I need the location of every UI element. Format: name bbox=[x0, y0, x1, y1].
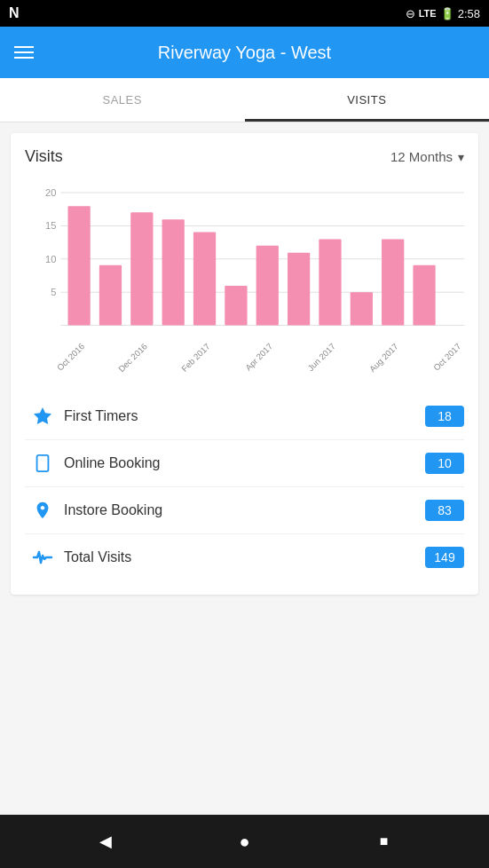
period-label: 12 Months bbox=[390, 149, 453, 164]
pulse-icon bbox=[25, 547, 60, 568]
location-icon bbox=[25, 501, 60, 520]
svg-text:5: 5 bbox=[51, 287, 56, 297]
svg-text:Jun 2017: Jun 2017 bbox=[305, 341, 337, 373]
total-visits-count: 149 bbox=[425, 547, 464, 568]
star-icon bbox=[25, 406, 60, 427]
app-title: Riverway Yoga - West bbox=[51, 43, 438, 63]
tab-sales[interactable]: SALES bbox=[0, 78, 245, 122]
status-bar-right: ⊖ LTE 🔋 2:58 bbox=[406, 7, 480, 20]
first-timers-count: 18 bbox=[425, 406, 464, 427]
navigation-bar bbox=[0, 815, 489, 868]
svg-rect-12 bbox=[162, 219, 185, 325]
period-selector[interactable]: 12 Months ▾ bbox=[390, 149, 464, 164]
main-content: Visits 12 Months ▾ 20 15 10 5 bbox=[0, 122, 489, 605]
visits-card: Visits 12 Months ▾ 20 15 10 5 bbox=[11, 133, 478, 595]
svg-rect-28 bbox=[37, 455, 49, 471]
notification-icon: N bbox=[9, 5, 20, 21]
list-item: Instore Booking 83 bbox=[25, 487, 464, 534]
signal-strength-icon: ⊖ bbox=[406, 7, 415, 20]
chart-title: Visits bbox=[25, 147, 63, 166]
svg-rect-13 bbox=[193, 232, 216, 325]
legend-items: First Timers 18 Online Booking 10 bbox=[25, 393, 464, 580]
status-bar: N ⊖ LTE 🔋 2:58 bbox=[0, 0, 489, 27]
svg-text:15: 15 bbox=[45, 220, 56, 231]
list-item: Online Booking 10 bbox=[25, 440, 464, 487]
home-button[interactable] bbox=[225, 822, 264, 861]
svg-rect-11 bbox=[130, 212, 153, 325]
app-bar: Riverway Yoga - West bbox=[0, 27, 489, 78]
menu-button[interactable] bbox=[14, 46, 34, 59]
network-type: LTE bbox=[419, 8, 437, 19]
svg-rect-20 bbox=[413, 265, 435, 326]
total-visits-label: Total Visits bbox=[60, 549, 425, 565]
svg-text:20: 20 bbox=[45, 187, 56, 198]
status-bar-left: N bbox=[9, 5, 20, 21]
svg-rect-17 bbox=[319, 240, 341, 326]
svg-rect-16 bbox=[288, 253, 310, 326]
svg-rect-9 bbox=[67, 206, 90, 325]
chart-svg: 20 15 10 5 bbox=[25, 180, 464, 375]
svg-rect-19 bbox=[382, 240, 404, 326]
svg-text:Aug 2017: Aug 2017 bbox=[367, 341, 400, 374]
svg-text:Apr 2017: Apr 2017 bbox=[243, 341, 274, 372]
phone-icon bbox=[25, 454, 60, 473]
svg-text:Oct 2016: Oct 2016 bbox=[55, 341, 86, 372]
svg-text:Dec 2016: Dec 2016 bbox=[116, 341, 149, 374]
list-item: Total Visits 149 bbox=[25, 534, 464, 580]
svg-rect-14 bbox=[225, 286, 247, 325]
online-booking-count: 10 bbox=[425, 453, 464, 474]
back-button[interactable] bbox=[86, 822, 125, 861]
online-booking-label: Online Booking bbox=[60, 455, 425, 471]
svg-text:10: 10 bbox=[45, 254, 56, 264]
tab-visits[interactable]: VISITS bbox=[245, 78, 490, 122]
instore-booking-count: 83 bbox=[425, 500, 464, 521]
svg-text:Feb 2017: Feb 2017 bbox=[179, 341, 211, 373]
battery-icon: 🔋 bbox=[440, 7, 454, 20]
recent-apps-button[interactable] bbox=[365, 822, 404, 861]
time-display: 2:58 bbox=[458, 7, 480, 20]
chevron-down-icon: ▾ bbox=[458, 150, 464, 164]
tabs-bar: SALES VISITS bbox=[0, 78, 489, 122]
first-timers-label: First Timers bbox=[60, 408, 425, 424]
bar-chart: 20 15 10 5 bbox=[25, 180, 464, 375]
svg-rect-10 bbox=[99, 265, 122, 326]
svg-text:Oct 2017: Oct 2017 bbox=[431, 341, 462, 372]
svg-rect-18 bbox=[351, 292, 373, 325]
chart-header: Visits 12 Months ▾ bbox=[25, 147, 464, 166]
instore-booking-label: Instore Booking bbox=[60, 502, 425, 518]
list-item: First Timers 18 bbox=[25, 393, 464, 440]
svg-rect-15 bbox=[256, 246, 279, 326]
